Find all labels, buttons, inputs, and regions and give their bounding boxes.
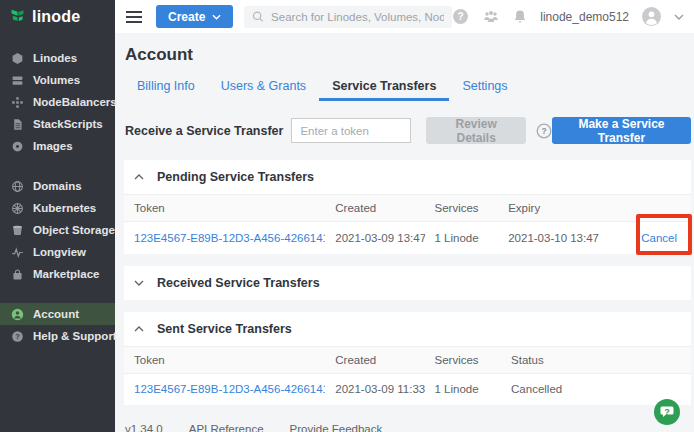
col-header-created: Created <box>325 346 424 373</box>
pending-accordion-header[interactable]: Pending Service Transfers <box>124 160 691 194</box>
chevron-down-icon <box>212 14 221 20</box>
sidebar-item-label: NodeBalancers <box>33 96 117 108</box>
pending-created-cell: 2021-03-09 13:47 <box>325 222 424 254</box>
col-header-token: Token <box>124 195 325 222</box>
sent-transfers-table: Token Created Services Status 123E4567-E… <box>124 346 691 406</box>
account-page: Account Billing Info Users & Grants Serv… <box>115 33 694 432</box>
sidebar: linode Linodes Volumes NodeBalancers <box>0 0 115 432</box>
sidebar-item-domains[interactable]: Domains <box>0 175 115 197</box>
sidebar-item-longview[interactable]: Longview <box>0 241 115 263</box>
topbar: Create ? linode_demo512 <box>115 0 694 33</box>
object-storage-icon <box>11 224 24 237</box>
notifications-bell-icon[interactable] <box>513 9 527 24</box>
sidebar-item-label: Marketplace <box>33 268 99 280</box>
col-header-services: Services <box>425 195 499 222</box>
account-menu-chevron-icon[interactable] <box>674 14 684 20</box>
nav-group-services: Domains Kubernetes Object Storage Longvi… <box>0 175 115 285</box>
community-icon[interactable] <box>482 10 500 24</box>
page-footer: v1.34.0 API Reference Provide Feedback <box>125 423 691 432</box>
chevron-up-icon <box>134 326 144 332</box>
sidebar-item-label: StackScripts <box>33 118 103 130</box>
cancel-transfer-link[interactable]: Cancel <box>641 232 677 244</box>
sidebar-item-nodebalancers[interactable]: NodeBalancers <box>0 91 115 113</box>
sidebar-item-label: Longview <box>33 246 86 258</box>
sidebar-item-object-storage[interactable]: Object Storage <box>0 219 115 241</box>
volumes-icon <box>11 74 24 87</box>
review-details-button[interactable]: Review Details <box>426 117 525 144</box>
token-input[interactable] <box>291 118 411 143</box>
svg-text:?: ? <box>664 407 670 417</box>
help-fab-button[interactable]: ? <box>653 398 681 426</box>
col-header-token: Token <box>124 346 325 373</box>
sent-created-cell: 2021-03-09 11:33 <box>325 373 424 405</box>
kubernetes-icon <box>11 202 24 215</box>
sidebar-item-label: Kubernetes <box>33 202 96 214</box>
nav-group-account: Account ? Help & Support <box>0 303 115 347</box>
token-help-icon[interactable]: ? <box>536 123 552 139</box>
sent-services-cell: 1 Linode <box>425 373 502 405</box>
col-header-expiry: Expiry <box>498 195 611 222</box>
tab-billing-info[interactable]: Billing Info <box>124 72 208 101</box>
received-accordion-header[interactable]: Received Service Transfers <box>124 266 691 300</box>
sent-transfers-panel: Sent Service Transfers Token Created Ser… <box>124 312 691 406</box>
sent-table-row: 123E4567-E89B-12D3-A456-426614174001 202… <box>124 373 691 405</box>
sidebar-item-account[interactable]: Account <box>0 303 115 325</box>
pending-section-title: Pending Service Transfers <box>157 170 314 184</box>
pending-transfers-table: Token Created Services Expiry 123E4567-E… <box>124 194 691 254</box>
sidebar-item-linodes[interactable]: Linodes <box>0 47 115 69</box>
receive-transfer-label: Receive a Service Transfer <box>125 124 283 138</box>
create-button[interactable]: Create <box>156 5 233 28</box>
chevron-down-icon <box>134 280 144 286</box>
sidebar-item-stackscripts[interactable]: StackScripts <box>0 113 115 135</box>
menu-icon[interactable] <box>125 10 143 24</box>
sidebar-item-marketplace[interactable]: Marketplace <box>0 263 115 285</box>
account-tabs: Billing Info Users & Grants Service Tran… <box>124 72 691 101</box>
domains-globe-icon <box>11 180 24 193</box>
avatar[interactable] <box>642 7 661 26</box>
sidebar-item-label: Domains <box>33 180 82 192</box>
provide-feedback-link[interactable]: Provide Feedback <box>290 423 383 432</box>
tab-users-grants[interactable]: Users & Grants <box>208 72 319 101</box>
pending-table-header-row: Token Created Services Expiry <box>124 195 691 222</box>
search-input[interactable] <box>271 11 444 23</box>
pending-expiry-cell: 2021-03-10 13:47 <box>498 222 611 254</box>
linode-logo-icon <box>9 8 26 25</box>
sidebar-item-help-support[interactable]: ? Help & Support <box>0 325 115 347</box>
sidebar-item-label: Object Storage <box>33 224 115 236</box>
pending-transfers-panel: Pending Service Transfers Token Created … <box>124 160 691 254</box>
make-service-transfer-button[interactable]: Make a Service Transfer <box>552 117 691 144</box>
sidebar-item-images[interactable]: Images <box>0 135 115 157</box>
search-bar <box>244 6 452 28</box>
col-header-services: Services <box>425 346 502 373</box>
nodebalancers-icon <box>11 96 24 109</box>
sidebar-item-kubernetes[interactable]: Kubernetes <box>0 197 115 219</box>
tab-service-transfers[interactable]: Service Transfers <box>319 72 449 101</box>
stackscripts-icon <box>11 118 24 131</box>
api-reference-link[interactable]: API Reference <box>189 423 264 432</box>
help-circle-icon: ? <box>11 330 24 343</box>
sidebar-nav: Linodes Volumes NodeBalancers StackScrip… <box>0 33 115 365</box>
username[interactable]: linode_demo512 <box>540 10 629 24</box>
sidebar-item-label: Account <box>33 308 79 320</box>
sent-token-link[interactable]: 123E4567-E89B-12D3-A456-426614174001 <box>134 383 325 395</box>
pending-token-link[interactable]: 123E4567-E89B-12D3-A456-426614174000 <box>134 232 325 244</box>
sent-table-header-row: Token Created Services Status <box>124 346 691 373</box>
col-header-status: Status <box>501 346 691 373</box>
topbar-right: ? linode_demo512 <box>452 7 684 26</box>
receive-transfer-row: Receive a Service Transfer Review Detail… <box>125 117 691 144</box>
received-transfers-panel: Received Service Transfers <box>124 266 691 300</box>
tab-settings[interactable]: Settings <box>449 72 520 101</box>
main-column: Create ? linode_demo512 <box>115 0 694 432</box>
create-button-label: Create <box>168 10 205 24</box>
svg-text:?: ? <box>541 126 546 136</box>
sidebar-item-label: Linodes <box>33 52 77 64</box>
account-person-icon <box>11 308 24 321</box>
svg-text:?: ? <box>458 11 464 22</box>
help-bubble-icon: ? <box>653 398 681 426</box>
sent-accordion-header[interactable]: Sent Service Transfers <box>124 312 691 346</box>
help-icon[interactable]: ? <box>452 8 469 25</box>
search-icon <box>252 10 264 23</box>
linode-logo[interactable]: linode <box>0 0 115 33</box>
app-version: v1.34.0 <box>125 423 163 432</box>
sidebar-item-volumes[interactable]: Volumes <box>0 69 115 91</box>
